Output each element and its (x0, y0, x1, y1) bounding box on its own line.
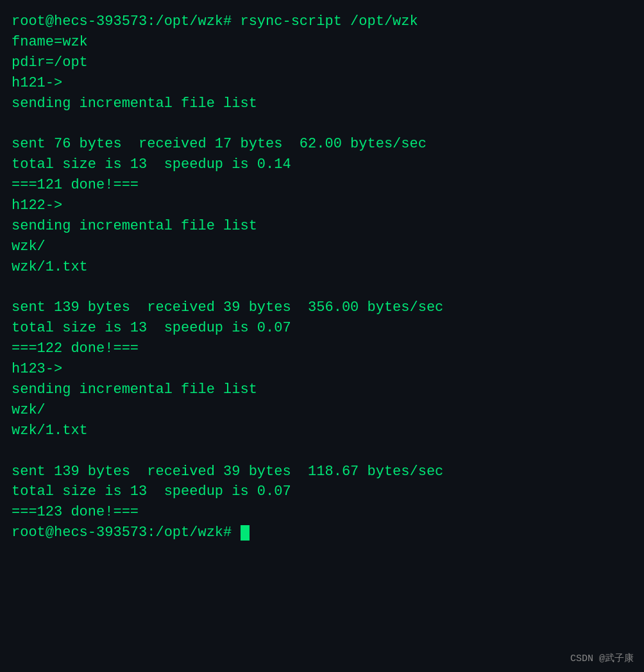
wzk1-line: wzk/ (12, 237, 632, 257)
terminal-output: root@hecs-393573:/opt/wzk# rsync-script … (12, 12, 632, 543)
h121-line: h121-> (12, 73, 632, 94)
total3-line: total size is 13 speedup is 0.07 (12, 482, 632, 502)
sending1-line: sending incremental file list (12, 94, 632, 114)
prompt-line: root@hecs-393573:/opt/wzk# (12, 523, 632, 543)
sending3-line: sending incremental file list (12, 380, 632, 400)
done122-line: ===122 done!=== (12, 339, 632, 359)
wzk2-line: wzk/ (12, 400, 632, 421)
terminal-cursor (241, 525, 250, 541)
done121-line: ===121 done!=== (12, 175, 632, 196)
wzk2txt-line: wzk/1.txt (12, 421, 632, 441)
sent2-line: sent 139 bytes received 39 bytes 356.00 … (12, 298, 632, 318)
blank1 (12, 113, 632, 134)
sending2-line: sending incremental file list (12, 216, 632, 237)
cmd-line: root@hecs-393573:/opt/wzk# rsync-script … (12, 12, 632, 32)
blank3 (12, 441, 632, 462)
done123-line: ===123 done!=== (12, 502, 632, 523)
blank2 (12, 278, 632, 298)
total1-line: total size is 13 speedup is 0.14 (12, 155, 632, 175)
sent3-line: sent 139 bytes received 39 bytes 118.67 … (12, 462, 632, 482)
h122-line: h122-> (12, 196, 632, 216)
watermark-text: CSDN @武子康 (570, 652, 634, 664)
sent1-line: sent 76 bytes received 17 bytes 62.00 by… (12, 134, 632, 155)
pdir-line: pdir=/opt (12, 53, 632, 73)
h123-line: h123-> (12, 359, 632, 380)
total2-line: total size is 13 speedup is 0.07 (12, 318, 632, 339)
wzk1txt-line: wzk/1.txt (12, 257, 632, 278)
fname-line: fname=wzk (12, 32, 632, 53)
